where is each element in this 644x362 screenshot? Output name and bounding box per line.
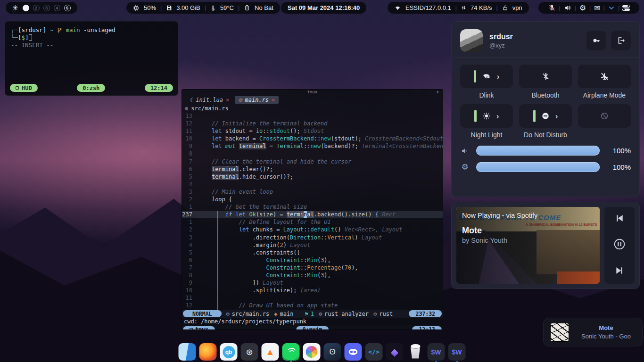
workspace-dot[interactable]: 5 — [64, 5, 71, 11]
cursor-position-pill: 237:32 — [409, 310, 442, 317]
rust-file-icon: ⚙ — [226, 311, 230, 317]
network-speed: 74 KB/s — [471, 4, 492, 11]
toggle-dlink[interactable]: › — [460, 65, 513, 88]
volume-slider[interactable] — [476, 146, 600, 156]
chevron-right-icon[interactable]: › — [497, 73, 500, 81]
dock-dollar-w-1-icon[interactable]: $W — [428, 343, 445, 361]
window-close-button[interactable]: x — [437, 90, 439, 95]
toggle-blocked[interactable] — [578, 104, 631, 128]
toggle-airplane-mode[interactable] — [578, 65, 631, 88]
dock-trash-icon[interactable] — [407, 343, 424, 361]
toggle-night-light[interactable]: › — [460, 104, 513, 128]
workspace-dot[interactable]: 4 — [54, 5, 60, 11]
code-editor[interactable]: 1312 // Initialize the terminal backend1… — [182, 112, 443, 310]
tmux-session-pill[interactable]: 0:nvim — [296, 326, 329, 330]
brightness-slider[interactable] — [476, 162, 600, 172]
workspace-dot[interactable] — [23, 5, 29, 11]
control-center-panel: srdusr @xyz › Dlink Bluetooth — [451, 21, 640, 197]
pause-button[interactable] — [613, 238, 626, 252]
cpu-usage: 50% — [144, 4, 156, 11]
dock-vscode-icon[interactable]: </> — [365, 343, 383, 361]
chevron-right-icon[interactable]: › — [555, 112, 558, 120]
dock-obs-icon[interactable]: ⊛ — [241, 343, 258, 361]
diagnostics-count: 1 — [311, 311, 314, 317]
workspace-pill: ✳ 2345 — [6, 2, 77, 14]
toggle-on-indicator — [533, 110, 536, 122]
essid: ESSID/127.0.0.1 — [405, 4, 451, 11]
toggle-bluetooth[interactable] — [519, 65, 572, 88]
code-line: 11 — [182, 294, 443, 302]
vpn-lock-icon — [502, 5, 508, 11]
brightness-value: 100% — [606, 163, 631, 171]
network-pill[interactable]: ESSID/127.0.0.1 | 74 KB/s | vpn — [388, 2, 529, 14]
dock-discord-icon[interactable] — [345, 343, 362, 361]
cwd-line: cwd: /home/srdusr/projects/typerpunk — [182, 318, 443, 325]
terminal-window[interactable]: ┌─[srdusr] ~ main -unstaged └─[$] -- INS… — [5, 21, 178, 96]
code-line: 11 let stdout = io::stdout(); Stdout — [182, 127, 443, 135]
dock-files-icon[interactable] — [179, 343, 196, 361]
clock-pill[interactable]: Sat 09 Mar 2024 12:16:40 — [281, 2, 366, 14]
git-branch-icon — [57, 27, 62, 33]
terminal-time-pill: 12:14 — [145, 84, 173, 92]
dock-qbittorrent-icon[interactable]: qb — [220, 343, 238, 361]
stats-pill: 50% | 3.00 GiB | 59°C | No Bat — [126, 2, 280, 14]
previous-track-button[interactable] — [615, 214, 624, 225]
notification-popup[interactable]: Mote Sonic Youth - Goo — [543, 318, 643, 346]
volume-icon[interactable] — [561, 4, 575, 11]
next-track-button[interactable] — [615, 266, 624, 277]
battery-status: No Bat — [255, 4, 273, 11]
dock-photos-icon[interactable] — [303, 343, 321, 361]
datetime: Sat 09 Mar 2024 12:16:40 — [288, 4, 360, 11]
code-line: 1 // Get the terminal size — [182, 203, 443, 211]
chevron-down-icon[interactable] — [605, 7, 618, 9]
top-bar: ✳ 2345 50% | 3.00 GiB | 59°C | No Bat Sa… — [0, 0, 644, 15]
code-line: 8 Constraint::Min(3), — [182, 272, 443, 279]
dock-vlc-icon[interactable]: ▲ — [262, 343, 279, 361]
editor-breadcrumb: ⚙ src/main.rs — [182, 104, 443, 112]
dock-spotify-icon[interactable] — [282, 343, 300, 361]
workspace-dot[interactable]: 3 — [43, 5, 50, 11]
code-line-current: 237 if let Ok(size) = terminal.backend()… — [182, 211, 443, 218]
editor-statusline: NORMAL ⚙src/main.rs ◈main ⚑1 ⚙rust_analy… — [182, 310, 443, 318]
terminal-session-pill[interactable]: 0:zsh — [77, 84, 105, 92]
chevron-right-icon[interactable]: › — [496, 112, 499, 120]
dock-firefox-icon[interactable] — [199, 343, 217, 361]
launcher-logo-icon[interactable]: ✳ — [12, 4, 18, 12]
code-line: 10 .split(size); (area) — [182, 287, 443, 294]
microphone-muted-icon[interactable] — [545, 4, 559, 11]
code-line: 7 Constraint::Percentage(70), — [182, 264, 443, 272]
tmux-editor-window[interactable]: tmux x ☾init.lua× ⚙main.rs× ⚙ src/main.r… — [182, 89, 443, 330]
settings-gear-icon[interactable]: ⚙ — [576, 3, 589, 12]
code-line: 10 let backend = CrosstermBackend::new(s… — [182, 135, 443, 142]
terminal-prompt-line2: └─[$] — [11, 34, 172, 41]
cpu-icon — [133, 5, 140, 11]
dock-steam-icon[interactable]: ʘ — [324, 343, 341, 361]
code-line: 12 // Draw UI based on app state — [182, 302, 443, 309]
tab-close-icon[interactable]: × — [226, 97, 229, 103]
sliders-section: 100% ⚙ 100% — [452, 139, 639, 172]
sun-icon — [482, 112, 491, 120]
wifi-lock-icon — [482, 73, 491, 81]
volume-value: 100% — [606, 147, 631, 155]
statusline-file: src/main.rs — [232, 311, 269, 317]
dock-obsidian-icon[interactable]: ◆ — [386, 343, 404, 361]
tab-close-icon[interactable]: × — [272, 97, 275, 103]
tab-main-rs[interactable]: ⚙main.rs× — [235, 96, 279, 104]
tab-init-lua[interactable]: ☾init.lua× — [186, 96, 233, 104]
terminal-mode: -- INSERT -- — [11, 41, 172, 49]
airplane-off-icon — [600, 72, 609, 81]
mail-icon[interactable]: ✉ — [591, 4, 603, 12]
toggles-icon[interactable] — [619, 5, 633, 11]
terminal-hud-pill[interactable]: HUD — [10, 84, 38, 92]
logout-button[interactable] — [611, 31, 631, 50]
quick-toggles: › Dlink Bluetooth Airplane Mode › Night … — [452, 61, 639, 139]
lock-keys-button[interactable] — [586, 31, 606, 50]
statusline-branch: main — [280, 311, 294, 317]
workspace-dot[interactable]: 2 — [33, 5, 40, 11]
tmux-pill[interactable]: tmux — [183, 326, 215, 330]
rust-file-icon: ⚙ — [239, 97, 242, 103]
toggle-do-not-disturb[interactable]: › — [519, 104, 572, 128]
dock-dollar-w-2-icon[interactable]: $W — [448, 343, 466, 361]
workspace-indicators[interactable]: 2345 — [23, 5, 71, 11]
code-line: 7 // Clear the terminal and hide the cur… — [182, 158, 443, 165]
